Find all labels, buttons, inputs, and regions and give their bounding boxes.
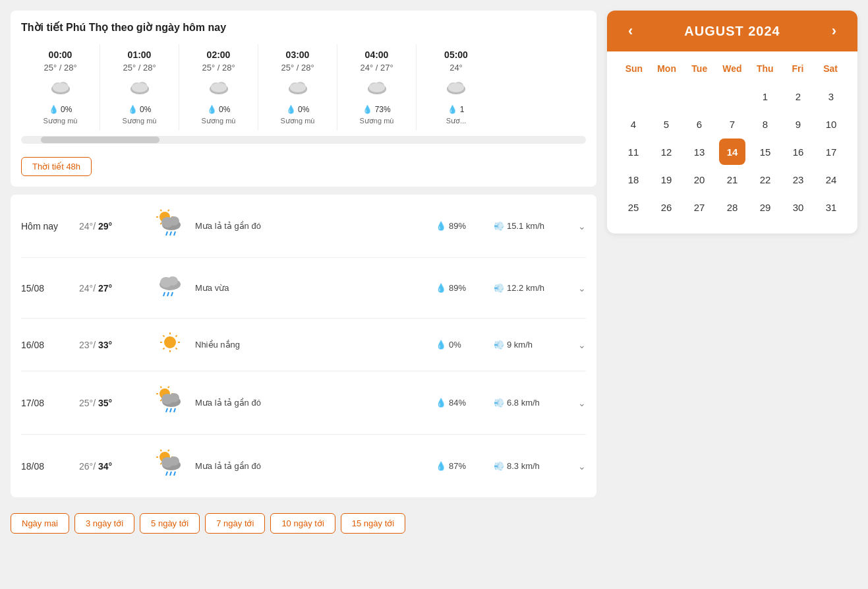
- svg-line-68: [161, 463, 162, 465]
- svg-line-49: [163, 335, 164, 336]
- nav-button[interactable]: 15 ngày tới: [341, 513, 405, 534]
- svg-line-62: [166, 408, 167, 412]
- hourly-time: 03:00: [261, 49, 334, 60]
- chevron-down-icon[interactable]: ⌄: [578, 340, 586, 350]
- nav-button[interactable]: 7 ngày tới: [205, 513, 265, 534]
- calendar-day-name: Mon: [651, 59, 683, 78]
- nav-button[interactable]: 10 ngày tới: [270, 513, 335, 534]
- svg-point-43: [164, 336, 176, 348]
- chevron-down-icon[interactable]: ⌄: [578, 461, 586, 472]
- calendar-date[interactable]: 31: [818, 194, 844, 220]
- drop-icon: 💧: [436, 221, 446, 231]
- calendar-day-name: Fri: [782, 59, 815, 78]
- forecast-wind: 💨 15.1 km/h: [494, 221, 573, 231]
- calendar-date[interactable]: 15: [752, 139, 778, 165]
- hourly-section: Thời tiết Phú Thọ theo giờ ngày hôm nay …: [11, 11, 596, 187]
- wind-icon: 💨: [494, 283, 504, 293]
- calendar-date[interactable]: 1: [752, 83, 778, 109]
- calendar-date[interactable]: 29: [752, 194, 778, 220]
- calendar-date[interactable]: 7: [719, 111, 745, 137]
- forecast-48h-button[interactable]: Thời tiết 48h: [21, 157, 92, 176]
- calendar-day-name: Wed: [716, 59, 749, 78]
- calendar-date[interactable]: 17: [818, 139, 844, 165]
- calendar-date[interactable]: 30: [785, 194, 811, 220]
- forecast-temp: 26°/ 34°: [79, 461, 145, 472]
- forecast-section: Hôm nay 24°/ 29° Mưa lả tả gần đó 💧 89% …: [11, 195, 596, 497]
- hourly-time: 04:00: [340, 49, 413, 60]
- chevron-down-icon[interactable]: ⌄: [578, 221, 586, 232]
- calendar-next-button[interactable]: ›: [826, 22, 842, 40]
- forecast-wind: 💨 8.3 km/h: [494, 461, 573, 471]
- forecast-date: Hôm nay: [21, 221, 74, 232]
- forecast-rain: 💧 89%: [436, 283, 488, 293]
- chevron-down-icon[interactable]: ⌄: [578, 398, 586, 408]
- hourly-rain: 💧 0%: [261, 105, 334, 114]
- calendar-date[interactable]: 27: [686, 194, 712, 220]
- cloud-icon: [340, 78, 413, 101]
- hourly-temp: 25° / 28°: [261, 63, 334, 73]
- nav-button[interactable]: Ngày mai: [11, 513, 69, 534]
- nav-button[interactable]: 3 ngày tới: [74, 513, 134, 534]
- calendar-date[interactable]: 19: [653, 166, 680, 193]
- calendar-date[interactable]: 24: [818, 166, 844, 193]
- svg-line-58: [168, 387, 169, 388]
- drop-icon: 💧: [436, 398, 446, 408]
- calendar-date[interactable]: 22: [752, 166, 778, 193]
- calendar-date[interactable]: 5: [653, 111, 680, 137]
- calendar-date[interactable]: 16: [785, 139, 811, 165]
- svg-point-3: [53, 83, 69, 92]
- forecast-row[interactable]: 15/08 24°/ 27° Mưa vừa 💧 89% 💨 12.2 km/h…: [21, 258, 586, 319]
- hourly-scroll[interactable]: 00:00 25° / 28° 💧 0% Sương mù 01:00 25° …: [21, 44, 586, 131]
- drop-icon: 💧: [436, 461, 446, 471]
- calendar-date[interactable]: 3: [818, 83, 844, 109]
- calendar-date[interactable]: 28: [719, 194, 745, 220]
- forecast-temp: 25°/ 35°: [79, 398, 145, 408]
- calendar-date[interactable]: 12: [653, 139, 680, 165]
- calendar-date[interactable]: 20: [686, 166, 712, 193]
- calendar-date[interactable]: 11: [620, 139, 647, 165]
- forecast-wind: 💨 12.2 km/h: [494, 283, 573, 293]
- calendar-date[interactable]: 23: [785, 166, 811, 193]
- svg-point-19: [369, 83, 385, 92]
- calendar-date[interactable]: 4: [620, 111, 647, 137]
- svg-line-30: [168, 210, 169, 212]
- scrollbar[interactable]: [21, 136, 586, 144]
- hourly-item: 03:00 25° / 28° 💧 0% Sương mù: [258, 44, 337, 131]
- svg-line-35: [170, 232, 171, 235]
- chevron-down-icon[interactable]: ⌄: [578, 283, 586, 294]
- wind-icon: 💨: [494, 340, 504, 350]
- svg-point-11: [211, 83, 227, 92]
- hourly-item: 00:00 25° / 28° 💧 0% Sương mù: [21, 44, 100, 131]
- forecast-rain: 💧 87%: [436, 461, 488, 471]
- calendar-date[interactable]: 18: [620, 166, 647, 193]
- calendar-date[interactable]: 10: [818, 111, 844, 137]
- calendar-date[interactable]: 8: [752, 111, 778, 137]
- svg-point-7: [132, 83, 148, 92]
- nav-button[interactable]: 5 ngày tới: [140, 513, 200, 534]
- calendar-date[interactable]: 9: [785, 111, 811, 137]
- forecast-row[interactable]: 17/08 25°/ 35° Mưa lả tả gần đó 💧 84% 💨 …: [21, 371, 586, 435]
- forecast-desc: Mưa lả tả gần đó: [195, 221, 430, 231]
- calendar-date[interactable]: 21: [719, 166, 745, 193]
- hourly-temp: 25° / 28°: [24, 63, 97, 73]
- forecast-row[interactable]: 18/08 26°/ 34° Mưa lả tả gần đó 💧 87% 💨 …: [21, 435, 586, 497]
- calendar-date[interactable]: 25: [620, 194, 647, 220]
- forecast-date: 15/08: [21, 283, 74, 294]
- calendar-date[interactable]: 14: [719, 139, 745, 165]
- forecast-row[interactable]: Hôm nay 24°/ 29° Mưa lả tả gần đó 💧 89% …: [21, 195, 586, 258]
- forecast-date: 18/08: [21, 461, 74, 472]
- forecast-row[interactable]: 16/08 23°/ 33° Nhiều nắng 💧 0% 💨 9 km/h …: [21, 319, 586, 371]
- calendar-prev-button[interactable]: ‹: [623, 22, 638, 40]
- calendar-date[interactable]: 6: [686, 111, 712, 137]
- svg-point-74: [169, 456, 179, 466]
- drop-icon: 💧: [436, 283, 446, 293]
- forecast-desc: Mưa lả tả gần đó: [195, 461, 430, 471]
- calendar-date[interactable]: 13: [686, 139, 712, 165]
- calendar-header: ‹ AUGUST 2024 ›: [607, 11, 857, 51]
- hourly-desc: Sương mù: [340, 117, 413, 125]
- calendar-date[interactable]: 2: [785, 83, 811, 109]
- hourly-desc: Sương mù: [261, 117, 334, 125]
- svg-line-71: [168, 450, 169, 452]
- page-title: Thời tiết Phú Thọ theo giờ ngày hôm nay: [21, 21, 586, 34]
- calendar-date[interactable]: 26: [653, 194, 680, 220]
